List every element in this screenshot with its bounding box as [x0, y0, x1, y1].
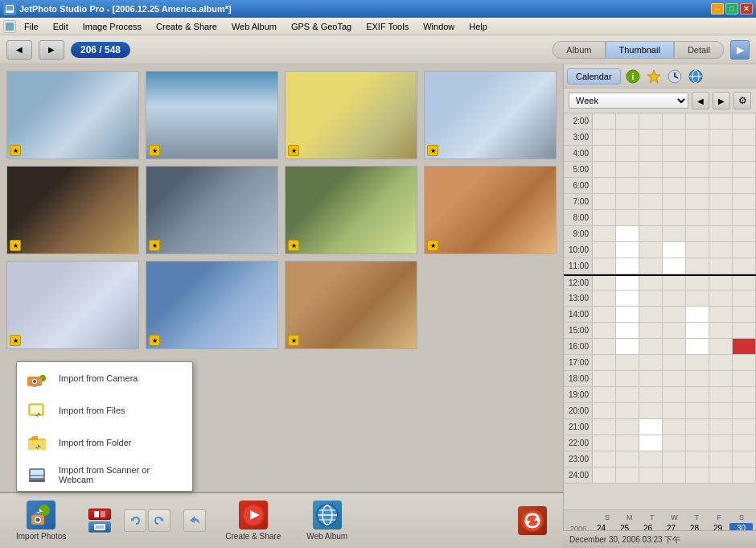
redo-button[interactable]: [148, 509, 171, 532]
menu-gps-geotag[interactable]: GPS & GeoTag: [285, 20, 358, 33]
import-scanner-item[interactable]: Import from Scanner or Webcam: [17, 459, 192, 491]
edit-icon-2: [88, 521, 111, 533]
time-cells: [593, 323, 756, 338]
photo-badge: ★: [149, 145, 160, 156]
tab-detail[interactable]: Detail: [674, 41, 724, 59]
time-cells: [593, 435, 756, 451]
clock-icon-button[interactable]: [666, 68, 684, 85]
photo-cell[interactable]: ★: [285, 261, 417, 349]
time-label: 8:00: [564, 210, 593, 225]
time-grid[interactable]: 2:00 3:00 4:00 5:00: [564, 113, 756, 509]
menu-web-album[interactable]: Web Album: [225, 20, 283, 33]
backup-button[interactable]: [512, 503, 553, 538]
edit-icon-1: [88, 509, 111, 520]
create-share-button[interactable]: Create & Share: [219, 497, 287, 544]
time-cells: [593, 403, 756, 418]
photo-badge: ★: [10, 335, 21, 346]
cal-settings-button[interactable]: ⚙: [733, 92, 751, 109]
time-cells: [593, 130, 756, 145]
web-album-label: Web Album: [306, 532, 347, 541]
back-button[interactable]: ◀: [6, 40, 32, 60]
photo-cell[interactable]: ★: [6, 71, 139, 159]
undo-button[interactable]: [124, 509, 146, 532]
import-photos-label: Import Photos: [16, 532, 66, 541]
time-row: 7:00: [564, 194, 756, 210]
web-album-button[interactable]: Web Album: [300, 497, 354, 544]
import-photos-button[interactable]: Import Photos: [10, 497, 72, 544]
time-cells: [593, 290, 756, 306]
day-header-t: T: [641, 513, 664, 521]
menu-bar: File Edit Image Process Create & Share W…: [0, 18, 756, 35]
import-folder-item[interactable]: Import from Folder: [17, 426, 192, 459]
photo-badge: ★: [427, 145, 438, 156]
menu-image-process[interactable]: Image Process: [76, 20, 148, 33]
svg-rect-2: [6, 23, 14, 31]
time-row: 2:00: [564, 113, 756, 130]
info-icon-button[interactable]: i: [624, 68, 642, 85]
tab-thumbnail[interactable]: Thumbnail: [606, 41, 674, 59]
status-bar: December 30, 2006 03:23 下午: [563, 530, 756, 548]
main-toolbar: ◀ ▶ 206 / 548 Album Thumbnail Detail ▶: [0, 35, 756, 64]
photo-cell[interactable]: ★: [146, 166, 278, 254]
forward-button[interactable]: ▶: [39, 40, 64, 60]
create-icon: [239, 501, 268, 529]
time-row: 4:00: [564, 146, 756, 162]
import-files-item[interactable]: Import from Files: [17, 394, 192, 426]
close-button[interactable]: ✕: [740, 3, 753, 14]
photo-cell[interactable]: ★: [146, 261, 278, 349]
time-label: 10:00: [564, 242, 593, 258]
photo-thumbnail: [286, 262, 417, 348]
period-select[interactable]: Week: [569, 93, 688, 109]
time-row: 3:00: [564, 130, 756, 146]
time-cells: [593, 468, 756, 483]
share-icon-button[interactable]: [183, 509, 206, 532]
globe-icon-button[interactable]: [687, 68, 705, 85]
time-row: 19:00: [564, 387, 756, 403]
time-label: 7:00: [564, 194, 593, 209]
menu-create-share[interactable]: Create & Share: [150, 20, 224, 33]
calendar-panel: Calendar i: [563, 64, 756, 548]
photo-cell[interactable]: ★: [6, 166, 139, 254]
photo-cell[interactable]: ★: [285, 166, 417, 254]
time-row: 21:00: [564, 419, 756, 435]
photo-thumbnail: [286, 72, 417, 159]
star-icon-button[interactable]: [645, 68, 663, 85]
calendar-tab[interactable]: Calendar: [567, 68, 621, 84]
photo-cell[interactable]: ★: [424, 166, 557, 254]
photo-thumbnail: [7, 262, 138, 348]
photo-cell[interactable]: ★: [6, 261, 139, 349]
expand-button[interactable]: ▶: [730, 40, 750, 60]
time-cells: [593, 258, 756, 274]
time-cells: [593, 371, 756, 386]
cal-next-button[interactable]: ▶: [713, 92, 730, 109]
time-row: 9:00: [564, 226, 756, 242]
time-label: 2:00: [564, 113, 593, 129]
import-files-label: Import from Files: [59, 406, 125, 415]
day-header-t2: T: [685, 513, 708, 521]
photo-cell[interactable]: ★: [424, 71, 557, 159]
svg-rect-9: [31, 406, 42, 414]
tab-album[interactable]: Album: [553, 41, 605, 59]
menu-window[interactable]: Window: [417, 20, 461, 33]
photo-cell[interactable]: ★: [146, 71, 278, 159]
title-bar: JetPhoto Studio Pro - [2006.12.25 Americ…: [0, 0, 756, 18]
time-row: 6:00: [564, 178, 756, 194]
cal-prev-button[interactable]: ◀: [692, 92, 709, 109]
time-label: 14:00: [564, 307, 593, 322]
time-cells: [593, 226, 756, 241]
minimize-button[interactable]: ─: [711, 3, 724, 14]
import-camera-item[interactable]: Import from Camera: [17, 362, 192, 394]
time-label: 21:00: [564, 419, 593, 435]
import-folder-label: Import from Folder: [59, 438, 131, 447]
scanner-icon: [25, 464, 51, 486]
time-row: 24:00: [564, 468, 756, 484]
photo-cell[interactable]: ★: [285, 71, 417, 159]
menu-exif-tools[interactable]: EXIF Tools: [360, 20, 415, 33]
menu-file[interactable]: File: [18, 20, 45, 33]
maximize-button[interactable]: □: [725, 3, 738, 14]
web-icon: [313, 501, 342, 529]
time-row: 20:00: [564, 403, 756, 419]
menu-help[interactable]: Help: [462, 20, 494, 33]
files-icon: [25, 399, 51, 422]
menu-edit[interactable]: Edit: [47, 20, 75, 33]
